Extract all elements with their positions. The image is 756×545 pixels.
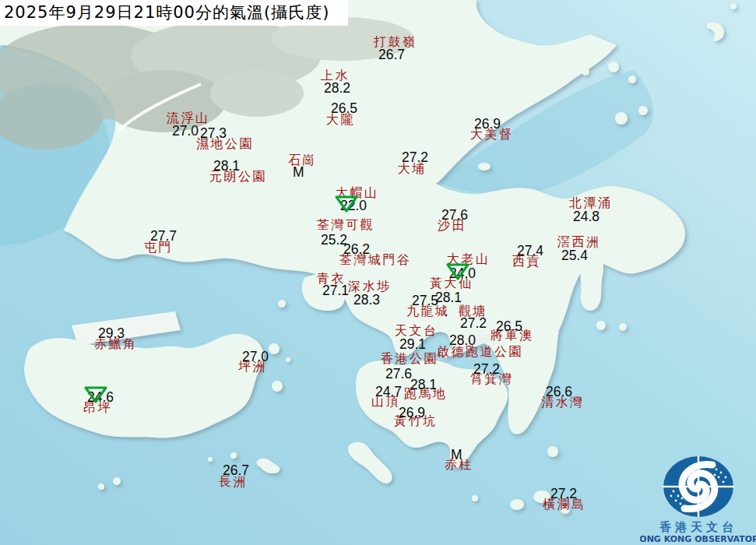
record-low-triangle-icon <box>84 386 107 403</box>
station-temperature-value: 27.2 <box>460 317 487 331</box>
station-temperature-value: 27.3 <box>200 127 227 141</box>
station-temperature-value: 27.1 <box>322 284 349 298</box>
station-temperature-value: 27.6 <box>385 367 412 382</box>
station-temperature-value: M <box>293 166 304 180</box>
temperature-map-screen: 2025年9月29日21時00分的氣溫(攝氏度) 打鼓嶺26.7上水28.2大隴… <box>0 0 756 545</box>
station-temperature-value: 26.5 <box>331 102 357 116</box>
station-temperature-value: 26.7 <box>378 48 405 62</box>
station-temperature-value: 26.7 <box>223 464 249 478</box>
station-name-label: 滘西洲 <box>557 236 601 248</box>
station-temperature-value: 27.6 <box>441 209 468 223</box>
station-name-label: 北潭涌 <box>569 197 613 209</box>
station-temperature-value: 26.5 <box>496 320 522 334</box>
station-temperature-value: 27.0 <box>242 350 269 364</box>
station-temperature-value: 27.0 <box>172 125 199 139</box>
station-temperature-value: 27.2 <box>473 363 500 377</box>
station-name-label: 香港公園 <box>381 353 438 365</box>
station-temperature-value: 24.7 <box>375 385 402 399</box>
station-temperature-value: 28.1 <box>410 378 437 392</box>
station-temperature-value: 26.9 <box>399 406 425 420</box>
station-temperature-value: 26.9 <box>474 118 501 132</box>
station-temperature-value: 27.7 <box>150 230 177 244</box>
station-name-label: 黃大仙 <box>430 277 473 290</box>
station-temperature-value: 25.4 <box>561 249 588 263</box>
station-temperature-value: 28.1 <box>213 160 240 174</box>
station-temperature-value: 24.8 <box>573 210 600 224</box>
hko-logo-name-cn: 香港天文台 <box>659 520 737 534</box>
station-temperature-value: 27.5 <box>412 294 438 308</box>
station-temperature-value: 28.2 <box>324 82 350 96</box>
station-temperature-value: 29.1 <box>399 338 426 352</box>
hko-logo: 香港天文台 HONG KONG OBSERVATORY <box>640 454 756 545</box>
station-name-label: 深水埗 <box>348 280 392 293</box>
station-temperature-value: 27.2 <box>550 487 577 501</box>
station-temperature-value: 28.3 <box>353 294 380 308</box>
station-temperature-value: 28.0 <box>449 334 476 348</box>
station-temperature-value: 27.2 <box>402 151 428 165</box>
hko-logo-name-en: HONG KONG OBSERVATORY <box>640 534 756 544</box>
record-low-triangle-icon <box>335 195 358 213</box>
station-temperature-value: 29.3 <box>98 327 125 341</box>
station-temperature-value: 27.4 <box>517 244 543 258</box>
station-name-label: 荃灣可觀 <box>317 219 374 231</box>
station-temperature-value: 28.1 <box>435 291 462 305</box>
hko-logo-icon <box>663 456 734 517</box>
station-temperature-value: 26.6 <box>546 385 572 399</box>
station-temperature-value: 26.2 <box>343 243 370 257</box>
station-name-label: 天文台 <box>395 325 438 337</box>
station-temperature-value: M <box>451 448 462 462</box>
